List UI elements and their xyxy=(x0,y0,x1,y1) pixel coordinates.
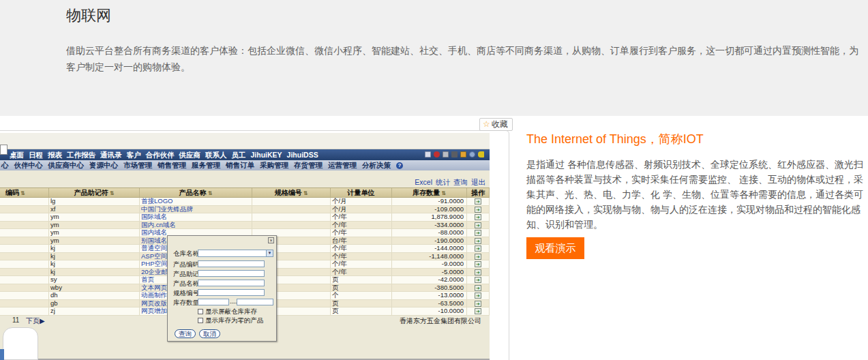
product-name-link[interactable]: 国内.cn域名 xyxy=(140,222,252,229)
back-icon[interactable] xyxy=(469,151,475,158)
spec-number-label: 规格编号 xyxy=(173,289,199,297)
row-action-icon[interactable]: ➜ xyxy=(475,285,481,291)
erp-submenu-item[interactable]: 采购管理 xyxy=(260,161,288,169)
sort-icon[interactable]: ⇅ xyxy=(208,190,213,196)
product-name-link[interactable]: 首接LOGO xyxy=(140,198,252,205)
erp-menu-item[interactable]: 客户 xyxy=(127,151,141,159)
clip-icon[interactable] xyxy=(443,151,449,158)
product-name-link[interactable]: 国际域名 xyxy=(140,213,252,221)
row-action-icon[interactable]: ➜ xyxy=(475,292,481,299)
row-action-icon[interactable]: ➜ xyxy=(475,254,481,260)
sort-icon[interactable]: ⇅ xyxy=(20,190,25,196)
erp-submenu-item[interactable]: 市场管理 xyxy=(123,161,152,169)
erp-submenu-item[interactable]: 存货管理 xyxy=(294,161,323,169)
row-action-icon[interactable]: ➜ xyxy=(475,214,481,220)
table-cell xyxy=(0,276,49,284)
product-name-input[interactable] xyxy=(198,280,265,286)
erp-menu-item[interactable]: 日程 xyxy=(29,151,43,159)
table-row: xf中国门业先锋品牌个/月-109.0000➜ xyxy=(0,206,490,214)
column-header[interactable]: 库存数量⇅ xyxy=(392,188,467,197)
table-cell: -91.0000 xyxy=(392,198,467,205)
row-action-icon[interactable]: ➜ xyxy=(475,308,481,314)
product-code-input[interactable] xyxy=(198,260,265,267)
pagination-pages[interactable]: 11 xyxy=(12,316,19,324)
erp-action-link[interactable]: 退出 xyxy=(471,178,485,186)
erp-submenu-item[interactable]: 分析决策 xyxy=(362,161,391,169)
sort-icon[interactable]: ⇅ xyxy=(441,190,446,196)
product-mnemonic-input[interactable] xyxy=(198,270,265,277)
row-action-icon[interactable]: ➜ xyxy=(475,230,481,236)
sort-icon[interactable]: ⇅ xyxy=(110,190,115,196)
query-button[interactable]: 查询 xyxy=(175,329,196,338)
row-action-icon[interactable]: ➜ xyxy=(475,207,481,213)
row-action-icon[interactable]: ➜ xyxy=(475,222,481,228)
stock-qty-min-input[interactable] xyxy=(198,299,229,305)
watch-demo-button[interactable]: 观看演示 xyxy=(526,237,584,259)
erp-submenu-item[interactable]: 伙伴中心 xyxy=(14,161,43,169)
help-icon[interactable]: ? xyxy=(396,162,403,169)
printer-icon[interactable] xyxy=(451,151,458,158)
erp-submenu-item[interactable]: 服务管理 xyxy=(192,161,220,169)
row-action-icon[interactable]: ➜ xyxy=(475,245,481,252)
erp-submenu-item[interactable]: 供应商中心 xyxy=(48,161,85,169)
product-name-link[interactable]: 中国门业先锋品牌 xyxy=(140,206,252,213)
erp-submenu-item[interactable]: 资源中心 xyxy=(89,161,118,169)
erp-submenu-item[interactable]: 销售管理 xyxy=(158,161,186,169)
row-action-icon[interactable]: ➜ xyxy=(475,301,481,307)
erp-menu-item[interactable]: 员工 xyxy=(232,151,246,159)
column-header[interactable]: 产品助记符⇅ xyxy=(49,188,140,197)
erp-menu-item[interactable]: JihuiDSS xyxy=(287,151,318,159)
pin-icon[interactable] xyxy=(434,151,440,158)
note-icon[interactable] xyxy=(425,151,431,158)
row-action-icon[interactable]: ➜ xyxy=(475,261,481,267)
table-cell: -5.0000 xyxy=(392,269,467,276)
erp-menu-item[interactable]: 报表 xyxy=(48,151,62,159)
product-code-label: 产品编码 xyxy=(173,260,199,268)
row-action-icon[interactable]: ➜ xyxy=(475,269,481,275)
row-action-icon[interactable]: ➜ xyxy=(475,198,481,205)
erp-menu-item[interactable]: JihuiKEY xyxy=(251,151,282,159)
favorite-button[interactable]: ☆收藏 xyxy=(479,118,513,131)
column-header[interactable]: 规格编号⇅ xyxy=(252,188,331,197)
erp-action-link[interactable]: Excel xyxy=(415,178,432,186)
table-cell xyxy=(0,222,49,229)
erp-menu-item[interactable]: 合作伙伴 xyxy=(146,151,175,159)
stock-qty-max-input[interactable] xyxy=(237,299,273,305)
erp-menu-item[interactable]: 联系人 xyxy=(205,151,227,159)
column-header[interactable]: 编码⇅ xyxy=(0,188,49,197)
erp-menu-item[interactable]: 工作报告 xyxy=(67,151,95,159)
warehouse-name-select[interactable]: ▼ xyxy=(198,250,273,257)
operation-cell: ➜ xyxy=(467,198,490,205)
operation-cell: ➜ xyxy=(467,308,490,315)
column-header[interactable]: 产品名称⇅ xyxy=(140,188,252,197)
erp-action-link[interactable]: 统计 xyxy=(436,178,450,186)
pagination-next-button[interactable]: 下页▶ xyxy=(26,316,45,326)
dialog-close-icon[interactable]: × xyxy=(268,237,274,243)
show-blocked-warehouse-checkbox[interactable]: 显示屏蔽仓库库存 xyxy=(198,308,257,315)
column-header[interactable]: 操作 xyxy=(467,188,490,197)
erp-action-link[interactable]: 查询 xyxy=(453,178,468,186)
key-icon[interactable] xyxy=(478,151,484,158)
row-action-icon[interactable]: ➜ xyxy=(475,238,481,244)
show-zero-stock-checkbox[interactable]: 显示库存为零的产品 xyxy=(198,317,264,324)
cut-off-input-box[interactable] xyxy=(0,145,8,155)
operation-cell: ➜ xyxy=(467,222,490,229)
table-cell: 1,878.9000 xyxy=(392,213,467,221)
erp-menu-item[interactable]: 通讯录 xyxy=(100,151,122,159)
row-action-icon[interactable]: ➜ xyxy=(475,277,481,283)
table-cell: 页 xyxy=(331,276,392,284)
erp-submenu-item[interactable]: 运营管理 xyxy=(328,161,357,169)
table-cell: -190.0000 xyxy=(392,237,467,245)
sort-icon[interactable]: ⇅ xyxy=(303,190,308,196)
erp-submenu-item[interactable]: 销售订单 xyxy=(226,161,254,169)
image-icon[interactable] xyxy=(460,151,466,158)
table-cell: 台/年 xyxy=(331,237,392,245)
column-header[interactable]: 计量单位 xyxy=(331,188,392,197)
spec-number-input[interactable] xyxy=(198,289,265,296)
cancel-button[interactable]: 取消 xyxy=(199,329,220,338)
table-cell: dh xyxy=(49,292,140,299)
erp-menu-item[interactable]: 供应商 xyxy=(179,151,201,159)
erp-menu-item[interactable]: 桌面 xyxy=(10,151,24,159)
erp-submenu-item[interactable]: 心 xyxy=(1,161,9,169)
table-row: ym国际域名个/年1,878.9000➜ xyxy=(0,213,490,222)
